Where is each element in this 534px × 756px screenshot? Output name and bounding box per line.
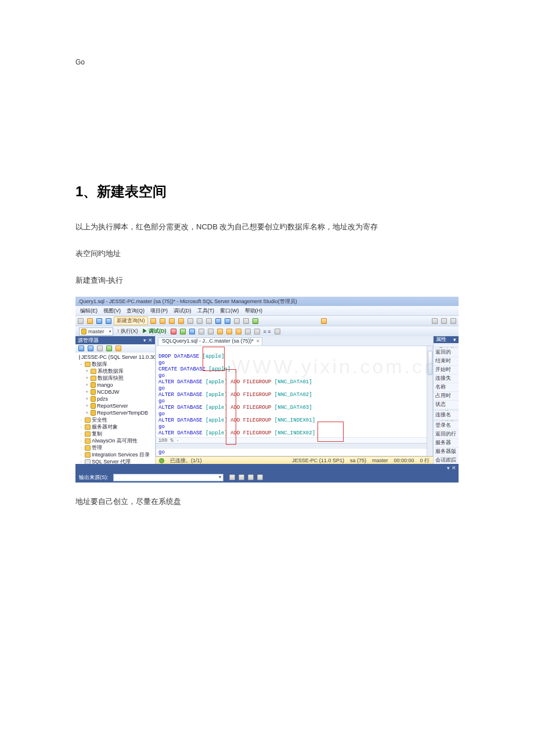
out-c-icon[interactable] [247, 473, 255, 481]
menu-debug[interactable]: 调试(D) [171, 307, 194, 315]
parse-icon[interactable] [179, 327, 187, 336]
pin2-icon[interactable]: ▾ [447, 465, 450, 471]
tbq-e-icon[interactable] [225, 327, 233, 336]
copy-icon[interactable] [196, 317, 204, 325]
tbq-h-icon[interactable] [253, 327, 261, 336]
tree-item[interactable]: ·复制 [77, 430, 155, 437]
menu-view[interactable]: 视图(V) [101, 307, 123, 315]
tree-item[interactable]: ·SQL Server 代理 [77, 458, 155, 464]
object-tree[interactable]: JESSE-PC (SQL Server 11.0.3000 - sa) -数据… [75, 352, 155, 464]
database-combo[interactable]: master [79, 327, 113, 336]
tbq-c-icon[interactable] [207, 327, 215, 336]
expand-icon[interactable]: · [79, 417, 84, 423]
tab-sqlquery1[interactable]: SQLQuery1.sql - J...C.master (sa (75))* … [158, 337, 262, 345]
out-clear-icon[interactable] [256, 473, 264, 481]
expand-icon[interactable]: + [85, 382, 89, 388]
tbq-i-icon[interactable] [273, 327, 282, 336]
tb-g-icon[interactable] [320, 317, 328, 325]
tb-j-icon[interactable] [449, 317, 457, 325]
expand-icon[interactable]: - [79, 361, 84, 367]
tbq-g-icon[interactable] [244, 327, 252, 336]
close2-icon[interactable]: ✕ [452, 465, 456, 471]
undo-icon[interactable] [214, 317, 222, 325]
expand-icon[interactable]: · [79, 452, 84, 458]
database-selected: master [88, 329, 104, 334]
tbq-a-icon[interactable] [188, 327, 196, 336]
tree-item[interactable]: ·Integration Services 目录 [77, 451, 155, 458]
menu-bar[interactable]: 编辑(E) 视图(V) 查询(Q) 项目(P) 调试(D) 工具(T) 窗口(W… [75, 306, 459, 315]
tb-b-icon[interactable] [158, 317, 167, 325]
tree-item[interactable]: +pdzs [77, 395, 155, 402]
refresh-icon[interactable] [105, 344, 113, 352]
editor-hscrollbar[interactable] [156, 443, 427, 449]
stop-icon[interactable] [169, 327, 178, 336]
redo-icon[interactable] [223, 317, 232, 325]
save-icon[interactable] [95, 317, 103, 325]
tb-i-icon[interactable] [440, 317, 448, 325]
out-a-icon[interactable] [228, 473, 236, 481]
paste-icon[interactable] [205, 317, 213, 325]
save-all-icon[interactable] [104, 317, 113, 325]
tree-item[interactable]: +系统数据库 [77, 368, 155, 375]
expand-icon[interactable]: + [85, 396, 89, 402]
expand-icon[interactable]: · [79, 424, 84, 430]
expand-icon[interactable]: + [85, 403, 89, 409]
db-icon [91, 382, 96, 388]
tree-item[interactable]: +mango [77, 381, 155, 388]
tree-item[interactable]: -数据库 [77, 361, 155, 368]
play-icon[interactable] [251, 317, 259, 325]
tree-item[interactable]: ·安全性 [77, 416, 155, 423]
menu-query[interactable]: 查询(Q) [124, 307, 147, 315]
tree-server[interactable]: JESSE-PC (SQL Server 11.0.3000 - sa) [81, 354, 155, 360]
out-b-icon[interactable] [237, 473, 246, 481]
new-query-button[interactable]: 新建查询(N) [114, 316, 148, 325]
execute-button[interactable]: ! 执行(X) [117, 327, 139, 335]
pin-icon[interactable]: ▾ [143, 337, 146, 343]
tree-item[interactable]: +ReportServerTempDB [77, 409, 155, 416]
expand-icon[interactable]: · [79, 445, 84, 451]
debug-button[interactable]: ▶ 调试(D) [140, 327, 168, 335]
tree-item[interactable]: +数据库快照 [77, 375, 155, 381]
open-icon[interactable] [86, 317, 94, 325]
tree-item[interactable]: ·AlwaysOn 高可用性 [77, 437, 155, 444]
tree-item[interactable]: ·管理 [77, 444, 155, 451]
menu-project[interactable]: 项目(P) [148, 307, 170, 315]
properties-title: 属性 [436, 336, 446, 343]
menu-tools[interactable]: 工具(T) [195, 307, 217, 315]
editor-vscrollbar[interactable] [427, 346, 432, 456]
output-source-combo[interactable] [113, 474, 223, 481]
oe-a-icon[interactable] [114, 344, 122, 352]
tb-c-icon[interactable] [168, 317, 176, 325]
indent-icons[interactable]: ≡ ≡ [262, 329, 272, 334]
tb-e-icon[interactable] [233, 317, 241, 325]
expand-icon[interactable]: · [79, 438, 84, 444]
expand-icon[interactable]: + [85, 410, 89, 416]
close-panel-icon[interactable]: ✕ [148, 337, 153, 343]
properties-pin-icon[interactable]: ▾ [453, 337, 456, 343]
expand-icon[interactable]: · [79, 431, 84, 437]
sql-editor[interactable]: DROP DATABASE [apple] go CREATE DATABASE… [156, 345, 433, 456]
filter-icon[interactable] [96, 344, 104, 352]
tb-a-icon[interactable] [149, 317, 157, 325]
tb-f-icon[interactable] [242, 317, 250, 325]
expand-icon[interactable]: · [79, 459, 84, 464]
tree-item[interactable]: +NCDBJW [77, 388, 155, 395]
menu-edit[interactable]: 编辑(E) [78, 307, 100, 315]
cut-icon[interactable] [186, 317, 194, 325]
tab-close-icon[interactable]: ✕ [256, 339, 260, 344]
menu-window[interactable]: 窗口(W) [218, 307, 241, 315]
connect-icon[interactable] [77, 344, 85, 352]
expand-icon[interactable]: + [85, 375, 89, 381]
tbq-d-icon[interactable] [216, 327, 224, 336]
tb-d-icon[interactable] [177, 317, 185, 325]
tbq-b-icon[interactable] [197, 327, 205, 336]
tree-item[interactable]: +ReportServer [77, 402, 155, 409]
tbq-f-icon[interactable] [234, 327, 243, 336]
expand-icon[interactable]: + [85, 389, 89, 395]
tree-item[interactable]: ·服务器对象 [77, 423, 155, 430]
menu-help[interactable]: 帮助(H) [243, 307, 265, 315]
new-project-icon[interactable] [77, 317, 85, 325]
expand-icon[interactable]: + [85, 368, 89, 374]
tb-h-icon[interactable] [431, 317, 439, 325]
disconnect-icon[interactable] [86, 344, 95, 352]
